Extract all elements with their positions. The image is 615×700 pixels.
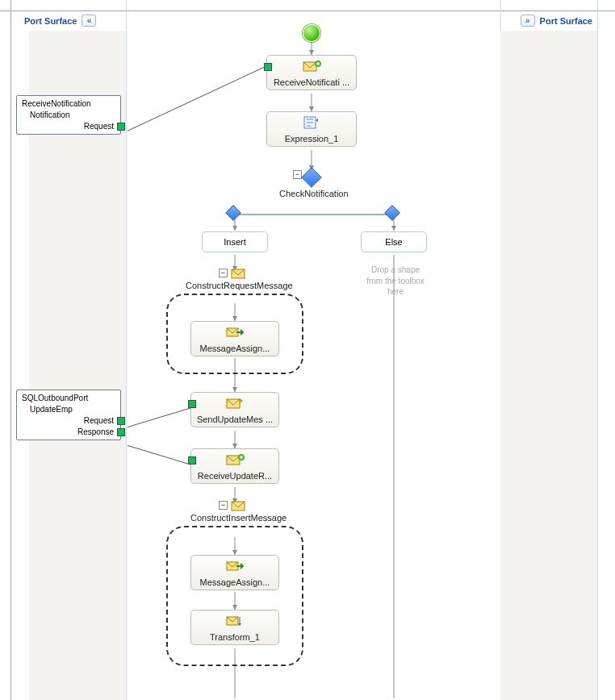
- port-channel: UpdateEmp: [22, 405, 115, 414]
- send-message-icon: [225, 396, 245, 412]
- ruler-left: [0, 0, 11, 700]
- shape-message-assign-2[interactable]: MessageAssign...: [190, 555, 279, 590]
- shape-label: ReceiveUpdateR...: [198, 471, 272, 481]
- scope-label: ConstructRequestMessage: [186, 281, 293, 290]
- branch-diamond-left: [225, 205, 241, 221]
- branch-else[interactable]: Else: [361, 231, 427, 252]
- svg-line-17: [128, 444, 190, 465]
- message-assign-icon: [225, 559, 245, 575]
- right-margin-line: [597, 0, 598, 700]
- message-assign-icon: [225, 325, 245, 341]
- construct-message-icon: [230, 266, 249, 282]
- shape-transform-1[interactable]: Transform_1: [190, 610, 279, 645]
- receive-message-icon: [225, 452, 245, 469]
- receive-message-icon: [302, 59, 321, 75]
- shape-label: MessageAssign...: [200, 344, 270, 353]
- shape-label: Expression_1: [285, 134, 339, 144]
- shape-label: Transform_1: [210, 632, 260, 642]
- port-operation: Request: [84, 122, 114, 131]
- port-channel: Notification: [22, 110, 115, 119]
- shape-pin-icon[interactable]: [264, 63, 272, 71]
- shape-label: SendUpdateMes ...: [197, 415, 273, 424]
- decision-check-notification[interactable]: [301, 167, 321, 187]
- shape-pin-icon[interactable]: [188, 400, 196, 408]
- port-sql-outbound[interactable]: SQLOutboundPort UpdateEmp Request Respon…: [16, 390, 121, 440]
- branch-insert[interactable]: Insert: [202, 231, 268, 252]
- port-name: ReceiveNotification: [22, 99, 115, 108]
- decision-label: CheckNotification: [279, 189, 349, 198]
- construct-message-icon: [230, 498, 249, 515]
- decision-collapse-toggle[interactable]: −: [293, 170, 302, 179]
- svg-line-16: [128, 408, 190, 429]
- scope-toggle[interactable]: −: [219, 269, 228, 277]
- port-pin-icon[interactable]: [117, 417, 125, 425]
- shape-pin-icon[interactable]: [188, 456, 196, 465]
- port-divider-left: [126, 0, 127, 700]
- branch-label: Else: [385, 237, 402, 247]
- scope-label: ConstructInsertMessage: [190, 513, 287, 523]
- port-name: SQLOutboundPort: [22, 394, 115, 402]
- shape-label: ReceiveNotificati ...: [274, 77, 349, 87]
- port-operation-request: Request: [84, 416, 114, 425]
- svg-line-15: [128, 66, 266, 134]
- shape-receive-notification[interactable]: ReceiveNotificati ...: [266, 55, 357, 90]
- shape-receive-update[interactable]: ReceiveUpdateR...: [190, 448, 279, 484]
- collapse-left-icon[interactable]: «: [82, 15, 96, 27]
- port-receive-notification[interactable]: ReceiveNotification Notification Request: [16, 95, 121, 135]
- port-pin-icon[interactable]: [117, 123, 125, 131]
- expression-icon: [302, 115, 321, 131]
- ruler-top: [0, 0, 615, 11]
- port-surface-label-left: Port Surface: [24, 16, 77, 26]
- transform-icon: [225, 614, 245, 630]
- shape-send-update[interactable]: SendUpdateMes ...: [190, 392, 279, 427]
- start-shape[interactable]: [303, 24, 320, 42]
- shape-expression-1[interactable]: Expression_1: [266, 111, 357, 147]
- else-drop-placeholder: Drop a shapefrom the toolboxhere: [363, 265, 428, 298]
- branch-label: Insert: [224, 237, 246, 247]
- shape-message-assign-1[interactable]: MessageAssign...: [190, 321, 279, 356]
- shape-label: MessageAssign...: [200, 577, 270, 587]
- orchestration-canvas[interactable]: ReceiveNotificati ... Expression_1 − Che…: [128, 13, 596, 698]
- scope-toggle[interactable]: −: [219, 501, 228, 510]
- port-pin-icon[interactable]: [117, 428, 125, 436]
- port-operation-response: Response: [77, 427, 114, 436]
- branch-diamond-right: [384, 205, 400, 221]
- port-surface-header-left: Port Surface «: [24, 15, 96, 27]
